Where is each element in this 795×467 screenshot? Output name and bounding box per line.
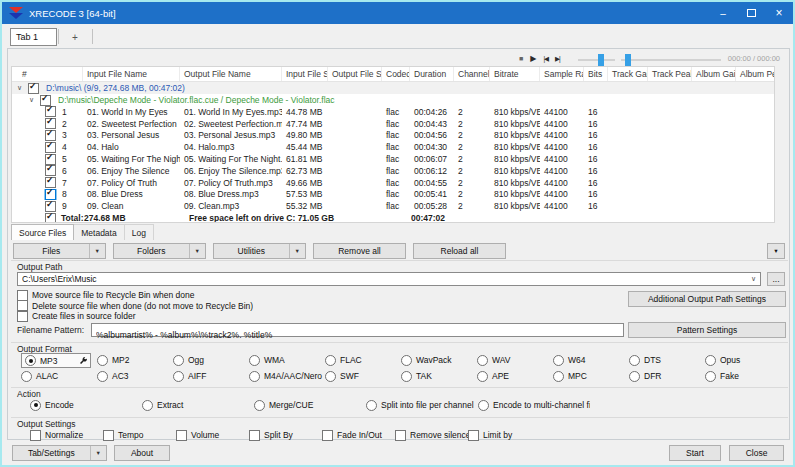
track-checkbox[interactable]: ✓: [45, 189, 56, 200]
seek-slider[interactable]: [621, 59, 721, 61]
radio-split-into-file-per-channel[interactable]: Split into file per channel: [366, 398, 478, 412]
chevron-down-icon[interactable]: ▼: [89, 244, 105, 258]
tab-1[interactable]: Tab 1: [10, 28, 57, 46]
radio-tak[interactable]: TAK: [401, 369, 477, 383]
collapse-caret-icon[interactable]: ∨: [15, 84, 24, 92]
track-checkbox[interactable]: ✓: [45, 177, 56, 188]
track-checkbox[interactable]: ✓: [45, 118, 56, 129]
chevron-down-icon[interactable]: ▼: [189, 244, 205, 258]
additional-output-path-settings-button[interactable]: Additional Output Path Settings: [628, 291, 786, 307]
volume-slider-handle[interactable]: [598, 54, 604, 66]
track-row[interactable]: ✓909. Clean09. Clean.mp355.32 MBflac00:0…: [12, 200, 774, 212]
column-header[interactable]: Bits: [584, 67, 608, 81]
radio-ac3[interactable]: AC3: [97, 369, 173, 383]
start-button[interactable]: Start: [669, 445, 721, 461]
group-checkbox[interactable]: ✓: [40, 95, 51, 106]
track-row[interactable]: ✓707. Policy Of Truth07. Policy Of Truth…: [12, 177, 774, 189]
radio-m4a-aac-nero[interactable]: M4A/AAC/Nero: [249, 369, 325, 383]
track-checkbox[interactable]: ✓: [45, 106, 56, 117]
radio-opus[interactable]: Opus: [705, 353, 781, 367]
track-checkbox[interactable]: ✓: [45, 142, 56, 153]
checkbox-remove-silence[interactable]: Remove silence: [395, 428, 468, 442]
pattern-settings-button[interactable]: Pattern Settings: [628, 322, 786, 338]
checkbox-tempo[interactable]: Tempo: [103, 428, 176, 442]
track-row[interactable]: ✓303. Personal Jesus03. Personal Jesus.m…: [12, 130, 774, 142]
wrench-icon[interactable]: [78, 356, 88, 366]
checkbox-delete-source-file-when-done-do-not-move-to-recycle-bin-[interactable]: Delete source file when done (do not mov…: [17, 301, 253, 312]
checkbox-fade-in-out[interactable]: Fade In/Out: [322, 428, 395, 442]
column-header[interactable]: Album Gain: [692, 67, 736, 81]
new-tab-button[interactable]: +: [59, 28, 91, 46]
output-path-input[interactable]: [18, 273, 747, 285]
column-header[interactable]: Input File Name: [83, 67, 180, 81]
radio-wma[interactable]: WMA: [249, 353, 325, 367]
track-row[interactable]: ✓404. Halo04. Halo.mp345.44 MBflac00:04:…: [12, 141, 774, 153]
track-checkbox[interactable]: ✓: [45, 165, 56, 176]
tab-settings-button[interactable]: Tab/Settings ▼: [12, 445, 107, 461]
remove-all-button[interactable]: Remove all: [313, 243, 406, 259]
radio-mp3[interactable]: MP3: [21, 353, 91, 368]
group-row-root[interactable]: ∨ ✓ D:\music\ (9/9, 274.68 MB, 00:47:02): [12, 82, 774, 94]
column-header[interactable]: Track Peak: [648, 67, 692, 81]
checkbox-split-by[interactable]: Split By: [249, 428, 322, 442]
column-header[interactable]: Codec: [382, 67, 410, 81]
folders-button[interactable]: Folders ▼: [113, 243, 206, 259]
column-header[interactable]: Sample Rate: [540, 67, 584, 81]
reload-all-button[interactable]: Reload all: [413, 243, 506, 259]
track-row[interactable]: ✓505. Waiting For The Night05. Waiting F…: [12, 153, 774, 165]
column-header[interactable]: Album Peak: [736, 67, 775, 81]
minimize-button[interactable]: –: [709, 2, 737, 24]
radio-encode-to-multi-channel-file[interactable]: Encode to multi-channel file: [478, 398, 590, 412]
checkbox-create-files-in-source-folder[interactable]: Create files in source folder: [17, 311, 253, 322]
radio-wav[interactable]: WAV: [477, 353, 553, 367]
radio-dts[interactable]: DTS: [629, 353, 705, 367]
track-row[interactable]: ✓202. Sweetest Perfection02. Sweetest Pe…: [12, 118, 774, 130]
column-header[interactable]: Channels: [454, 67, 490, 81]
next-track-button[interactable]: ▶|: [555, 53, 560, 65]
close-button[interactable]: ×: [765, 2, 793, 24]
radio-extract[interactable]: Extract: [142, 398, 254, 412]
track-row[interactable]: ✓808. Blue Dress08. Blue Dress.mp357.53 …: [12, 189, 774, 201]
filename-pattern-input[interactable]: [92, 329, 623, 341]
group-checkbox[interactable]: ✓: [28, 83, 39, 94]
column-header[interactable]: Track Gain: [608, 67, 648, 81]
tab-metadata[interactable]: Metadata: [74, 224, 124, 240]
radio-swf[interactable]: SWF: [325, 369, 401, 383]
column-header[interactable]: #: [12, 67, 83, 81]
radio-fake[interactable]: Fake: [705, 369, 781, 383]
radio-w64[interactable]: W64: [553, 353, 629, 367]
radio-ape[interactable]: APE: [477, 369, 553, 383]
radio-flac[interactable]: FLAC: [325, 353, 401, 367]
files-button[interactable]: Files ▼: [13, 243, 106, 259]
checkbox-volume[interactable]: Volume: [176, 428, 249, 442]
browse-button[interactable]: ...: [767, 272, 785, 286]
track-row[interactable]: ✓606. Enjoy The Silence06. Enjoy The Sil…: [12, 165, 774, 177]
column-header[interactable]: Output File Name: [180, 67, 282, 81]
radio-dfr[interactable]: DFR: [629, 369, 705, 383]
more-options-button[interactable]: ▼: [767, 243, 785, 259]
collapse-caret-icon[interactable]: ∨: [27, 96, 36, 104]
checkbox-normalize[interactable]: Normalize: [30, 428, 103, 442]
chevron-down-icon[interactable]: ▼: [289, 244, 305, 258]
combo-dropdown-icon[interactable]: ∨: [747, 275, 760, 283]
track-checkbox[interactable]: ✓: [45, 154, 56, 165]
radio-ogg[interactable]: Ogg: [173, 353, 249, 367]
radio-alac[interactable]: ALAC: [21, 369, 97, 383]
about-button[interactable]: About: [114, 445, 170, 461]
stop-button[interactable]: ■: [519, 53, 523, 65]
utilities-button[interactable]: Utilities ▼: [213, 243, 306, 259]
checkbox-limit-by[interactable]: Limit by: [468, 428, 541, 442]
radio-merge-cue[interactable]: Merge/CUE: [254, 398, 366, 412]
column-header[interactable]: Bitrate: [490, 67, 540, 81]
column-header[interactable]: Duration: [410, 67, 454, 81]
radio-mpc[interactable]: MPC: [553, 369, 629, 383]
column-header[interactable]: Input File Size: [282, 67, 328, 81]
previous-track-button[interactable]: |◀: [543, 53, 548, 65]
checkbox-move-source-file-to-recycle-bin-when-done[interactable]: Move source file to Recycle Bin when don…: [17, 290, 253, 301]
tab-source-files[interactable]: Source Files: [11, 224, 74, 240]
volume-slider[interactable]: [578, 59, 615, 61]
radio-mp2[interactable]: MP2: [97, 353, 173, 367]
track-checkbox[interactable]: ✓: [45, 201, 56, 212]
radio-aiff[interactable]: AIFF: [173, 369, 249, 383]
close-dialog-button[interactable]: Close: [729, 445, 784, 461]
